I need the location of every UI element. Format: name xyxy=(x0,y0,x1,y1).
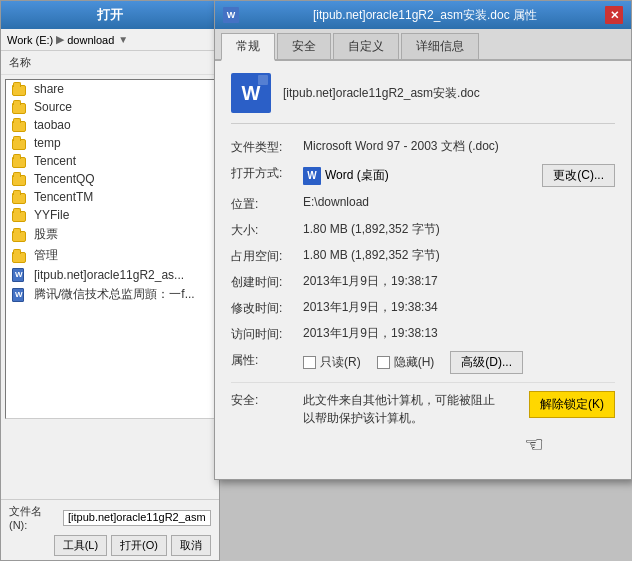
open-with-value-container: W Word (桌面) 更改(C)... xyxy=(303,164,615,187)
file-name-label: 文件名(N): xyxy=(9,504,59,531)
security-content: 此文件来自其他计算机，可能被阻止以帮助保护该计算机。 解除锁定(K) xyxy=(303,391,615,427)
list-item[interactable]: TencentQQ xyxy=(6,170,214,188)
security-label: 安全: xyxy=(231,391,303,409)
folder-icon xyxy=(12,249,28,263)
disk-size-value: 1.80 MB (1,892,352 字节) xyxy=(303,247,615,264)
open-with-row: 打开方式: W Word (桌面) 更改(C)... xyxy=(231,164,615,187)
breadcrumb-dropdown-icon[interactable]: ▼ xyxy=(118,34,128,45)
word-small-icon: W xyxy=(303,167,321,185)
hidden-checkbox-label[interactable]: 隐藏(H) xyxy=(377,354,435,371)
location-value: E:\download xyxy=(303,195,615,209)
created-label: 创建时间: xyxy=(231,273,303,291)
attributes-label: 属性: xyxy=(231,351,303,369)
list-item[interactable]: temp xyxy=(6,134,214,152)
file-open-bottom: 文件名(N): 工具(L) 打开(O) 取消 xyxy=(1,499,219,560)
folder-icon xyxy=(12,100,28,114)
list-item[interactable]: share xyxy=(6,80,214,98)
readonly-checkbox-label[interactable]: 只读(R) xyxy=(303,354,361,371)
filename-input[interactable] xyxy=(63,510,211,526)
list-item[interactable]: 管理 xyxy=(6,245,214,266)
list-item[interactable]: Tencent xyxy=(6,152,214,170)
list-item[interactable]: taobao xyxy=(6,116,214,134)
folder-icon xyxy=(12,136,28,150)
item-label: share xyxy=(34,82,64,96)
list-item[interactable]: 腾讯/微信技术总监周顗：一f... xyxy=(6,284,214,305)
location-row: 位置: E:\download xyxy=(231,195,615,213)
size-value: 1.80 MB (1,892,352 字节) xyxy=(303,221,615,238)
item-label: 腾讯/微信技术总监周顗：一f... xyxy=(34,286,195,303)
folder-icon xyxy=(12,154,28,168)
open-with-label: 打开方式: xyxy=(231,164,303,182)
props-titlebar: W [itpub.net]oracle11gR2_asm安装.doc 属性 ✕ xyxy=(215,1,631,29)
accessed-row: 访问时间: 2013年1月9日，19:38:13 xyxy=(231,325,615,343)
folder-icon xyxy=(12,118,28,132)
item-label: Tencent xyxy=(34,154,76,168)
list-item[interactable]: 股票 xyxy=(6,224,214,245)
close-button[interactable]: ✕ xyxy=(605,6,623,24)
folder-icon xyxy=(12,82,28,96)
list-item[interactable]: [itpub.net]oracle11gR2_as... xyxy=(6,266,214,284)
folder-icon xyxy=(12,228,28,242)
tabs-bar: 常规 安全 自定义 详细信息 xyxy=(215,29,631,61)
list-item[interactable]: TencentTM xyxy=(6,188,214,206)
item-label: 管理 xyxy=(34,247,58,264)
filename-row: W [itpub.net]oracle11gR2_asm安装.doc xyxy=(231,73,615,124)
cancel-button[interactable]: 取消 xyxy=(171,535,211,556)
item-label: TencentTM xyxy=(34,190,93,204)
big-word-icon: W xyxy=(231,73,271,113)
properties-dialog: W [itpub.net]oracle11gR2_asm安装.doc 属性 ✕ … xyxy=(214,0,632,480)
tools-button[interactable]: 工具(L) xyxy=(54,535,107,556)
unlock-button[interactable]: 解除锁定(K) xyxy=(529,391,615,418)
accessed-value: 2013年1月9日，19:38:13 xyxy=(303,325,615,342)
item-label: Source xyxy=(34,100,72,114)
doc-icon xyxy=(12,288,28,302)
item-label: YYFile xyxy=(34,208,69,222)
props-title: [itpub.net]oracle11gR2_asm安装.doc 属性 xyxy=(245,7,605,24)
tab-custom[interactable]: 自定义 xyxy=(333,33,399,59)
open-with-value: W Word (桌面) xyxy=(303,167,389,185)
folder-icon xyxy=(12,208,28,222)
item-label: 股票 xyxy=(34,226,58,243)
list-item[interactable]: YYFile xyxy=(6,206,214,224)
created-value: 2013年1月9日，19:38:17 xyxy=(303,273,615,290)
change-button[interactable]: 更改(C)... xyxy=(542,164,615,187)
readonly-checkbox[interactable] xyxy=(303,356,316,369)
file-type-value: Microsoft Word 97 - 2003 文档 (.doc) xyxy=(303,138,615,155)
accessed-label: 访问时间: xyxy=(231,325,303,343)
security-row: 安全: 此文件来自其他计算机，可能被阻止以帮助保护该计算机。 解除锁定(K) xyxy=(231,382,615,427)
tab-details[interactable]: 详细信息 xyxy=(401,33,479,59)
disk-size-label: 占用空间: xyxy=(231,247,303,265)
readonly-label: 只读(R) xyxy=(320,354,361,371)
modified-label: 修改时间: xyxy=(231,299,303,317)
item-label: TencentQQ xyxy=(34,172,95,186)
hidden-label: 隐藏(H) xyxy=(394,354,435,371)
breadcrumb: Work (E:) ▶ download ▼ xyxy=(1,29,219,51)
hidden-checkbox[interactable] xyxy=(377,356,390,369)
tab-general[interactable]: 常规 xyxy=(221,33,275,61)
security-text: 此文件来自其他计算机，可能被阻止以帮助保护该计算机。 xyxy=(303,391,521,427)
word-titlebar-icon: W xyxy=(223,7,239,23)
selected-file-row: 文件名(N): xyxy=(9,504,211,531)
item-label: temp xyxy=(34,136,61,150)
list-item[interactable]: Source xyxy=(6,98,214,116)
file-open-titlebar: 打开 xyxy=(1,1,219,29)
advanced-button[interactable]: 高级(D)... xyxy=(450,351,523,374)
file-list-header: 名称 xyxy=(1,51,219,75)
tab-security[interactable]: 安全 xyxy=(277,33,331,59)
file-open-dialog: 打开 Work (E:) ▶ download ▼ 名称 share Sourc… xyxy=(0,0,220,561)
location-label: 位置: xyxy=(231,195,303,213)
attributes-row: 属性: 只读(R) 隐藏(H) 高级(D)... xyxy=(231,351,615,374)
file-open-title: 打开 xyxy=(97,7,123,22)
item-label: [itpub.net]oracle11gR2_as... xyxy=(34,268,184,282)
folder-icon xyxy=(12,190,28,204)
name-column-header: 名称 xyxy=(9,56,31,68)
open-button[interactable]: 打开(O) xyxy=(111,535,167,556)
size-row: 大小: 1.80 MB (1,892,352 字节) xyxy=(231,221,615,239)
disk-size-row: 占用空间: 1.80 MB (1,892,352 字节) xyxy=(231,247,615,265)
tools-row: 工具(L) 打开(O) 取消 xyxy=(9,535,211,556)
breadcrumb-drive: Work (E:) xyxy=(7,34,53,46)
folder-icon xyxy=(12,172,28,186)
file-list[interactable]: share Source taobao temp Tencent Tencent… xyxy=(5,79,215,419)
modified-row: 修改时间: 2013年1月9日，19:38:34 xyxy=(231,299,615,317)
open-with-text: Word (桌面) xyxy=(325,167,389,184)
